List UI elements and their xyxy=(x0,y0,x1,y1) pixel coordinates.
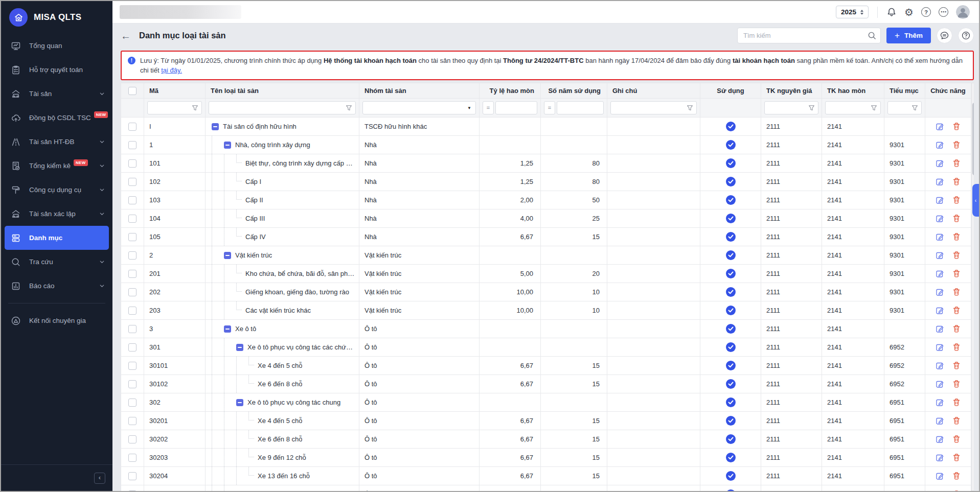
row-checkbox[interactable] xyxy=(128,196,136,204)
row-checkbox[interactable] xyxy=(128,141,136,149)
help-circle-button[interactable] xyxy=(958,28,974,43)
delete-button[interactable] xyxy=(951,323,962,334)
filter-funnel-icon[interactable] xyxy=(687,105,693,111)
edit-button[interactable] xyxy=(935,176,945,187)
in-use-check-icon[interactable] xyxy=(726,453,736,462)
filter-funnel-icon[interactable] xyxy=(911,105,918,111)
row-checkbox[interactable] xyxy=(128,288,136,296)
filter-input-tieu_muc[interactable] xyxy=(891,104,909,112)
filter-input-rate[interactable] xyxy=(495,101,537,114)
add-button[interactable]: + Thêm xyxy=(886,28,931,43)
sidebar-item-8-catalog[interactable]: Danh mục xyxy=(5,226,109,250)
delete-button[interactable] xyxy=(951,121,962,132)
edit-button[interactable] xyxy=(935,379,945,389)
search-input[interactable] xyxy=(737,28,881,43)
year-stepper-icon[interactable] xyxy=(860,10,863,15)
sidebar-item-0-overview[interactable]: Tổng quan xyxy=(5,34,109,58)
row-checkbox[interactable] xyxy=(128,307,136,315)
delete-button[interactable] xyxy=(951,250,962,261)
sidebar-item-7-established-assets[interactable]: Tài sản xác lập xyxy=(5,202,109,226)
sidebar-item-expert-connect[interactable]: Kết nối chuyên gia xyxy=(5,309,109,333)
vertical-scrollbar[interactable] xyxy=(971,83,974,491)
filter-input-note[interactable] xyxy=(614,104,685,112)
in-use-check-icon[interactable] xyxy=(726,158,736,168)
row-checkbox[interactable] xyxy=(128,123,136,131)
in-use-check-icon[interactable] xyxy=(726,342,736,352)
filter-funnel-icon[interactable] xyxy=(808,105,815,111)
filter-funnel-icon[interactable] xyxy=(871,105,877,111)
scrollbar-thumb[interactable] xyxy=(972,103,974,175)
filter-dropdown-group[interactable]: ▼ xyxy=(362,101,476,114)
row-checkbox[interactable] xyxy=(128,178,136,186)
delete-button[interactable] xyxy=(951,397,962,408)
filter-input-years[interactable] xyxy=(557,101,604,114)
in-use-check-icon[interactable] xyxy=(726,177,736,186)
edit-button[interactable] xyxy=(935,489,945,491)
edit-button[interactable] xyxy=(935,213,945,224)
delete-button[interactable] xyxy=(951,305,962,316)
sidebar-item-2-assets[interactable]: Tài sản xyxy=(5,82,109,106)
in-use-check-icon[interactable] xyxy=(726,489,736,491)
row-checkbox[interactable] xyxy=(128,251,136,260)
edit-button[interactable] xyxy=(935,397,945,408)
notifications-bell-icon[interactable] xyxy=(886,7,897,17)
settings-gear-icon[interactable]: ⚙ xyxy=(904,7,914,17)
edit-button[interactable] xyxy=(935,342,945,353)
row-checkbox[interactable] xyxy=(128,270,136,278)
in-use-check-icon[interactable] xyxy=(726,122,736,131)
sidebar-item-4-infrastructure-assets[interactable]: Tài sản HT-ĐB xyxy=(5,130,109,154)
filter-input-code[interactable] xyxy=(151,104,190,112)
edit-button[interactable] xyxy=(935,195,945,205)
edit-button[interactable] xyxy=(935,415,945,426)
filter-funnel-icon[interactable] xyxy=(346,105,352,111)
right-panel-toggle[interactable]: ‹ xyxy=(972,184,979,217)
in-use-check-icon[interactable] xyxy=(726,214,736,223)
delete-button[interactable] xyxy=(951,452,962,463)
edit-button[interactable] xyxy=(935,250,945,261)
in-use-check-icon[interactable] xyxy=(726,416,736,426)
sidebar-item-9-lookup[interactable]: Tra cứu xyxy=(5,250,109,274)
year-selector[interactable]: 2025 xyxy=(836,6,869,18)
search-icon[interactable] xyxy=(868,31,876,40)
delete-button[interactable] xyxy=(951,434,962,444)
row-checkbox[interactable] xyxy=(128,325,136,333)
feedback-chat-button[interactable] xyxy=(937,28,952,43)
user-avatar[interactable] xyxy=(956,5,970,19)
filter-input-name[interactable] xyxy=(212,104,344,112)
collapse-toggle-icon[interactable] xyxy=(236,344,243,351)
sidebar-item-3-sync-database[interactable]: Đồng bộ CSDL TSCNEW xyxy=(5,106,109,130)
edit-button[interactable] xyxy=(935,434,945,444)
row-checkbox[interactable] xyxy=(128,159,136,168)
in-use-check-icon[interactable] xyxy=(726,269,736,278)
edit-button[interactable] xyxy=(935,139,945,150)
row-checkbox[interactable] xyxy=(128,472,136,480)
edit-button[interactable] xyxy=(935,158,945,169)
collapse-toggle-icon[interactable] xyxy=(236,491,243,491)
sidebar-item-1-settlement-support[interactable]: Hỗ trợ quyết toán xyxy=(5,58,109,82)
filter-input-tk_nguyen_gia[interactable] xyxy=(768,104,806,112)
delete-button[interactable] xyxy=(951,268,962,279)
in-use-check-icon[interactable] xyxy=(726,379,736,389)
in-use-check-icon[interactable] xyxy=(726,140,736,150)
delete-button[interactable] xyxy=(951,342,962,353)
row-checkbox[interactable] xyxy=(128,490,136,491)
in-use-check-icon[interactable] xyxy=(726,397,736,407)
sidebar-collapse-button[interactable]: ‹ xyxy=(94,473,105,484)
back-arrow-icon[interactable]: ← xyxy=(121,31,131,41)
row-checkbox[interactable] xyxy=(128,362,136,370)
delete-button[interactable] xyxy=(951,176,962,187)
in-use-check-icon[interactable] xyxy=(726,471,736,481)
collapse-toggle-icon[interactable] xyxy=(236,399,243,406)
edit-button[interactable] xyxy=(935,323,945,334)
edit-button[interactable] xyxy=(935,231,945,242)
sidebar-item-10-reports[interactable]: Báo cáo xyxy=(5,274,109,298)
collapse-toggle-icon[interactable] xyxy=(212,123,219,130)
row-checkbox[interactable] xyxy=(128,233,136,241)
guide-link[interactable]: tại đây. xyxy=(161,66,182,74)
delete-button[interactable] xyxy=(951,195,962,205)
row-checkbox[interactable] xyxy=(128,417,136,425)
edit-button[interactable] xyxy=(935,287,945,297)
in-use-check-icon[interactable] xyxy=(726,361,736,370)
edit-button[interactable] xyxy=(935,268,945,279)
sidebar-item-5-inventory-check[interactable]: Tổng kiểm kêNEW xyxy=(5,154,109,178)
